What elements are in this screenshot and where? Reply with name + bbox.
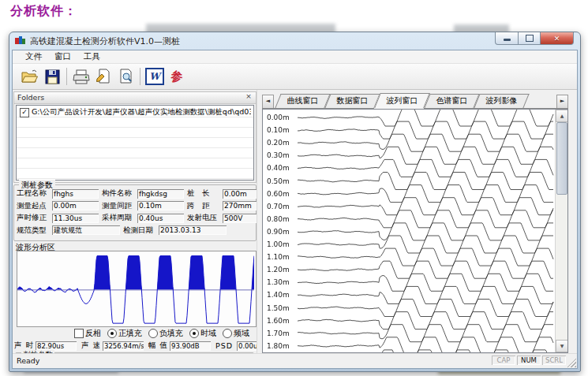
param-field[interactable]: 0.10m: [137, 201, 184, 210]
fill-radio[interactable]: [107, 329, 117, 338]
readout-field[interactable]: 82.90us: [36, 341, 77, 351]
printer-icon: [73, 69, 90, 84]
waveform-analysis-box[interactable]: [17, 251, 257, 327]
tab-5[interactable]: 波列影像: [474, 93, 530, 108]
fill-radio-group: 正填充负填充: [107, 328, 189, 339]
maximize-button[interactable]: [519, 32, 541, 45]
pile-params-group: 测桩参数 工程名称fhghs构件名称fhgkdsg桩 长0.00m测量起点0.0…: [13, 184, 257, 241]
param-field[interactable]: 0.00m: [52, 201, 99, 210]
resize-grip[interactable]: [567, 358, 576, 367]
depth-label: 0.30m: [267, 151, 290, 159]
param-field[interactable]: 0.40us: [137, 214, 184, 223]
param-field[interactable]: fhgkdsg: [137, 189, 184, 199]
print-button[interactable]: [70, 66, 92, 87]
folders-close-icon[interactable]: ×: [244, 92, 253, 100]
toolbar-separator: [66, 68, 67, 85]
tab-3[interactable]: 波列窗口: [374, 93, 430, 108]
parameter-button[interactable]: 参: [166, 66, 188, 87]
print-setup-button[interactable]: [92, 66, 114, 87]
list-gridline: [17, 178, 253, 179]
print-preview-button[interactable]: [114, 66, 137, 87]
depth-label: 1.50m: [267, 304, 290, 312]
tab-scroll-left-icon[interactable]: ◄: [262, 95, 274, 109]
folders-list[interactable]: ✓ G:\公司产品设计开发\超声仪器\超声仪实地检测数据\测桩qd\qd03\q…: [16, 105, 254, 181]
param-label: 规范类型: [17, 225, 52, 236]
tab-label: 波列窗口: [374, 93, 430, 108]
toolbar: W 参: [13, 64, 577, 90]
depth-label: 1.00m: [267, 240, 290, 248]
param-field[interactable]: fhghs: [52, 189, 99, 199]
readout-label: PSD: [215, 341, 237, 350]
word-export-button[interactable]: W: [144, 66, 166, 87]
tabs: 曲线窗口数据窗口波列窗口色谱窗口波列影像: [275, 93, 523, 109]
fill-radio[interactable]: [148, 329, 158, 338]
param-field[interactable]: 11.30us: [52, 214, 99, 223]
depth-label: 0.20m: [267, 139, 290, 147]
vertical-scrollbar[interactable]: ▲ ▼: [555, 110, 567, 352]
menu-window[interactable]: 窗口: [48, 50, 77, 63]
param-field[interactable]: 建筑规范: [52, 225, 120, 235]
depth-label: 0.70m: [267, 203, 290, 210]
depth-label: 0.80m: [267, 215, 290, 223]
invert-checkbox[interactable]: [74, 329, 84, 338]
folders-header: Folders ×: [14, 92, 256, 104]
param-label: 声时修正: [17, 213, 52, 223]
word-icon: W: [145, 68, 164, 85]
waveform-controls: 反相 正填充负填充 时域频域: [13, 328, 256, 339]
depth-label: 0.00m: [267, 114, 290, 121]
scrollbar-thumb[interactable]: [556, 122, 567, 195]
list-gridline: [17, 137, 253, 138]
tab-label: 数据窗口: [324, 93, 380, 108]
tab-2[interactable]: 数据窗口: [324, 93, 380, 108]
app-icon: [15, 35, 26, 47]
close-button[interactable]: ✕: [541, 32, 574, 45]
fill-label: 负填充: [159, 328, 183, 339]
wave-train-panel[interactable]: 0.00m0.10m0.20m0.30m0.40m0.50m0.60m0.70m…: [262, 109, 568, 353]
open-folder-icon: [21, 69, 39, 84]
page-heading: 分析软件：: [10, 3, 77, 20]
depth-label: 1.80m: [267, 342, 290, 350]
param-field[interactable]: 2013.03.13: [159, 225, 227, 235]
tab-1[interactable]: 曲线窗口: [275, 93, 331, 108]
menu-bar: 文件 窗口 工具: [13, 50, 577, 64]
params-rows: 工程名称fhghs构件名称fhgkdsg桩 长0.00m测量起点0.00m测量间…: [17, 188, 255, 237]
save-floppy-icon: [45, 69, 60, 84]
scroll-up-icon[interactable]: ▲: [556, 110, 568, 122]
status-indicator-cap: CAP: [492, 356, 515, 365]
domain-radio[interactable]: [189, 329, 199, 338]
param-label: 测量起点: [17, 201, 52, 211]
title-bar[interactable]: 高铁建混凝土检测分析软件V1.0—测桩 ✕: [9, 32, 580, 50]
readout-field[interactable]: 93.90dB: [170, 341, 211, 351]
readout-field[interactable]: 3256.94m/s: [103, 341, 144, 351]
maximize-icon: [526, 35, 534, 42]
list-gridline: [17, 147, 253, 148]
tab-label: 波列影像: [474, 93, 530, 108]
open-button[interactable]: [19, 66, 41, 87]
save-button[interactable]: [41, 66, 63, 87]
param-label: 工程名称: [17, 188, 52, 199]
folder-item[interactable]: ✓ G:\公司产品设计开发\超声仪器\超声仪实地检测数据\测桩qd\qd03\q…: [20, 107, 251, 117]
param-label: 跨 距: [187, 201, 223, 211]
scroll-down-icon[interactable]: ▼: [556, 340, 568, 352]
print-preview-icon: [118, 69, 133, 84]
fill-label: 正填充: [118, 328, 142, 339]
domain-label: 时域: [200, 328, 216, 339]
folder-path: G:\公司产品设计开发\超声仪器\超声仪实地检测数据\测桩qd\qd03\qd0…: [32, 107, 251, 117]
toolbar-separator: [140, 68, 140, 85]
tab-label: 色谱窗口: [424, 93, 480, 108]
depth-label: 1.60m: [267, 317, 290, 325]
menu-tools[interactable]: 工具: [77, 50, 107, 63]
menu-file[interactable]: 文件: [19, 50, 48, 63]
minimize-button[interactable]: [495, 32, 519, 45]
close-icon: ✕: [554, 35, 560, 43]
folder-checkbox[interactable]: ✓: [20, 108, 29, 117]
list-gridline: [17, 168, 253, 169]
domain-radio[interactable]: [223, 329, 232, 338]
domain-label: 频域: [234, 328, 249, 339]
param-label: 测量间距: [102, 201, 137, 211]
window-client-area: 文件 窗口 工具: [12, 50, 578, 369]
depth-label: 0.40m: [267, 164, 290, 172]
tab-scroll-right-icon[interactable]: ►: [556, 95, 568, 109]
status-indicators: CAPNUMSCRL: [490, 356, 566, 365]
tab-4[interactable]: 色谱窗口: [424, 93, 480, 108]
